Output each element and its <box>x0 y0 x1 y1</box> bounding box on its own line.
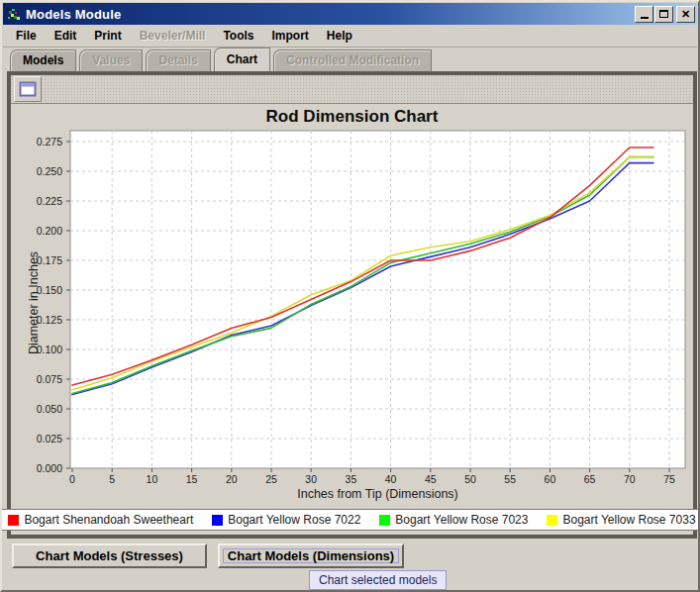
svg-text:50: 50 <box>464 473 476 485</box>
svg-text:20: 20 <box>226 473 238 485</box>
svg-text:25: 25 <box>265 473 277 485</box>
svg-text:0.000: 0.000 <box>37 462 62 474</box>
chart-selected-models-tooltip: Chart selected models <box>309 570 447 590</box>
app-icon <box>6 6 22 22</box>
svg-text:45: 45 <box>425 473 437 485</box>
models-module-window: { "window": { "title": "Models Module", … <box>0 0 700 592</box>
window-frame-icon <box>19 81 37 97</box>
button-label: Chart Models (Stresses) <box>36 548 183 563</box>
svg-text:15: 15 <box>186 473 198 485</box>
legend-item: Bogart Yellow Rose 7023 <box>379 513 528 527</box>
chart-toolbar <box>11 75 693 104</box>
tab-values: Values <box>79 49 143 71</box>
svg-text:0.050: 0.050 <box>37 403 62 415</box>
detach-window-button[interactable] <box>14 76 42 102</box>
tab-strip: Models Values Details Chart Controlled M… <box>3 48 697 71</box>
button-label: Chart Models (Dimensions) <box>228 548 394 563</box>
legend-item: Bogart Yellow Rose 7033 <box>547 513 695 527</box>
legend-item: Bogart Shenandoah Sweetheart <box>8 513 193 527</box>
svg-text:Inches from Tip (Dimensions): Inches from Tip (Dimensions) <box>297 487 458 501</box>
svg-text:40: 40 <box>385 473 397 485</box>
minimize-icon <box>641 17 649 19</box>
chart-panel: Rod Dimension Chart 0.0000.0250.0500.075… <box>7 71 697 539</box>
menu-edit[interactable]: Edit <box>46 26 86 46</box>
svg-text:0.275: 0.275 <box>37 136 62 148</box>
svg-text:55: 55 <box>504 473 516 485</box>
focus-ring: Chart Models (Dimensions) <box>223 548 399 563</box>
maximize-button[interactable] <box>654 6 673 23</box>
menu-bar: File Edit Print Beveler/Mill Tools Impor… <box>3 25 697 48</box>
svg-text:0.250: 0.250 <box>37 165 62 177</box>
svg-text:60: 60 <box>545 473 556 485</box>
tab-models[interactable]: Models <box>10 49 76 71</box>
window-controls: ✕ <box>634 6 697 23</box>
menu-tools[interactable]: Tools <box>214 26 262 46</box>
close-icon: ✕ <box>681 9 690 20</box>
svg-text:30: 30 <box>305 473 317 485</box>
svg-text:0: 0 <box>69 473 75 485</box>
legend-label: Bogart Yellow Rose 7023 <box>395 513 528 527</box>
legend-label: Bogart Yellow Rose 7022 <box>228 513 360 527</box>
svg-text:65: 65 <box>584 473 596 485</box>
legend-item: Bogart Yellow Rose 7022 <box>212 513 360 527</box>
svg-text:0.075: 0.075 <box>37 373 62 385</box>
svg-text:75: 75 <box>663 473 675 485</box>
svg-text:10: 10 <box>147 473 158 485</box>
window-title: Models Module <box>26 7 122 22</box>
svg-text:35: 35 <box>346 473 357 485</box>
legend-box: Bogart Shenandoah Sweetheart Bogart Yell… <box>0 509 700 531</box>
series-red-swatch-icon <box>8 515 19 526</box>
tab-details: Details <box>146 49 210 71</box>
svg-text:Diameter in Inches: Diameter in Inches <box>27 251 41 354</box>
series-blue-swatch-icon <box>212 515 223 526</box>
series-green-swatch-icon <box>379 515 390 526</box>
menu-file[interactable]: File <box>7 26 46 46</box>
maximize-icon <box>659 10 668 18</box>
legend-label: Bogart Shenandoah Sweetheart <box>24 513 193 527</box>
title-bar: Models Module ✕ <box>3 3 697 25</box>
tab-controlled-modification: Controlled Modification <box>273 49 432 71</box>
series-yellow-swatch-icon <box>547 515 557 526</box>
menu-beveler-mill: Beveler/Mill <box>131 26 215 46</box>
tab-chart[interactable]: Chart <box>214 48 270 71</box>
svg-text:0.025: 0.025 <box>37 433 62 444</box>
close-button[interactable]: ✕ <box>676 6 695 23</box>
svg-text:5: 5 <box>109 473 115 485</box>
menu-help[interactable]: Help <box>318 26 361 46</box>
legend-label: Bogart Yellow Rose 7033 <box>562 513 695 527</box>
rod-dimension-chart: 0.0000.0250.0500.0750.1000.1250.1500.175… <box>11 128 693 509</box>
minimize-button[interactable] <box>635 6 653 23</box>
chart-title: Rod Dimension Chart <box>11 104 693 128</box>
svg-text:0.200: 0.200 <box>37 225 62 237</box>
svg-text:70: 70 <box>624 473 636 485</box>
chart-models-dimensions-button[interactable]: Chart Models (Dimensions) <box>218 543 404 568</box>
menu-import[interactable]: Import <box>263 26 318 46</box>
svg-text:0.225: 0.225 <box>37 195 62 207</box>
chart-legend: Bogart Shenandoah Sweetheart Bogart Yell… <box>11 509 693 531</box>
chart-models-stresses-button[interactable]: Chart Models (Stresses) <box>12 543 207 568</box>
menu-print[interactable]: Print <box>85 26 130 46</box>
